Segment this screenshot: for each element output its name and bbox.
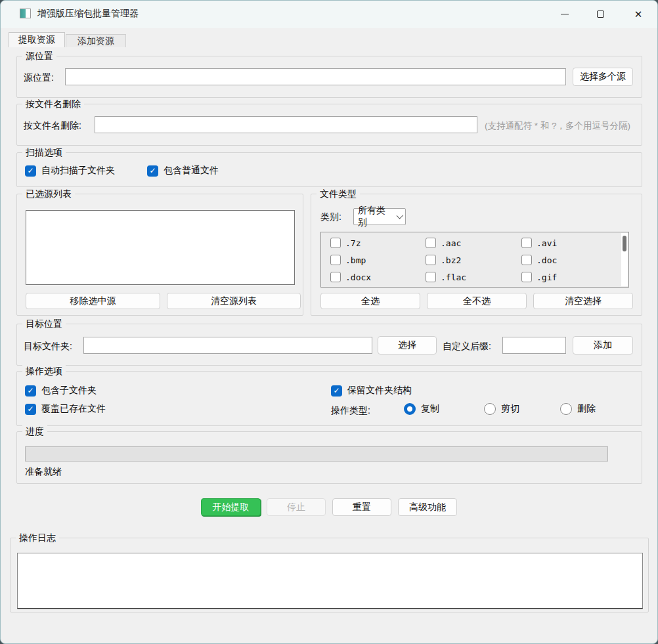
file-type-item[interactable]: .doc — [521, 255, 557, 265]
close-button[interactable]: ✕ — [623, 3, 653, 25]
target-folder-label: 目标文件夹: — [24, 341, 72, 353]
close-icon: ✕ — [634, 9, 643, 19]
file-type-label: .bmp — [345, 255, 366, 265]
choose-target-button[interactable]: 选择 — [378, 336, 437, 354]
file-type-item[interactable]: .aac — [426, 238, 461, 248]
file-type-item[interactable]: .flac — [426, 272, 466, 282]
group-progress: 进度 准备就绪 — [16, 431, 642, 484]
file-type-checkbox[interactable] — [330, 255, 341, 265]
progress-status-text: 准备就绪 — [25, 466, 62, 478]
copy-radio[interactable] — [404, 403, 416, 415]
file-type-label: .avi — [537, 238, 557, 248]
cut-radio-label: 剪切 — [501, 403, 519, 415]
operation-log-textarea[interactable] — [17, 553, 643, 609]
file-type-checkbox[interactable] — [521, 255, 532, 265]
checkbox-preserve-structure[interactable]: 保留文件夹结构 — [331, 385, 412, 397]
checkbox-overwrite-existing[interactable]: 覆盖已存在文件 — [25, 403, 106, 415]
radio-delete[interactable]: 删除 — [560, 403, 596, 415]
clear-selection-button[interactable]: 清空选择 — [533, 293, 633, 309]
minimize-icon — [561, 14, 569, 14]
stop-button[interactable]: 停止 — [267, 498, 326, 516]
include-regular-files-label: 包含普通文件 — [164, 165, 219, 177]
delete-radio-label: 删除 — [577, 403, 596, 415]
file-type-label: .gif — [537, 272, 557, 282]
include-subfolders-label: 包含子文件夹 — [41, 385, 97, 397]
auto-scan-subfolders-label: 自动扫描子文件夹 — [41, 165, 115, 177]
custom-suffix-label: 自定义后缀: — [443, 341, 491, 353]
file-type-checkbox[interactable] — [330, 272, 341, 282]
file-type-item[interactable]: .bmp — [330, 255, 366, 265]
file-type-item[interactable]: .avi — [521, 238, 557, 248]
tab-extract-resources[interactable]: 提取资源 — [9, 32, 65, 47]
group-operation-log-title: 操作日志 — [16, 532, 59, 544]
radio-copy[interactable]: 复制 — [404, 403, 439, 415]
selected-sources-listbox[interactable] — [26, 210, 295, 285]
delete-radio[interactable] — [560, 403, 572, 415]
checkbox-auto-scan-subfolders[interactable]: 自动扫描子文件夹 — [25, 165, 115, 177]
group-scan-options: 扫描选项 自动扫描子文件夹 包含普通文件 — [16, 152, 642, 187]
file-type-scrollbar-thumb[interactable] — [623, 236, 626, 251]
radio-cut[interactable]: 剪切 — [484, 403, 519, 415]
source-location-label: 源位置: — [24, 72, 54, 84]
target-folder-input[interactable] — [83, 337, 372, 354]
file-type-item[interactable]: .gif — [521, 272, 557, 282]
file-type-checkbox[interactable] — [521, 238, 532, 248]
file-type-label: .flac — [441, 272, 466, 282]
start-extract-button[interactable]: 开始提取 — [201, 498, 261, 516]
select-none-button[interactable]: 全不选 — [427, 293, 527, 309]
group-delete-by-filename: 按文件名删除 按文件名删除: (支持通配符 * 和 ?，多个用逗号分隔) — [16, 104, 642, 146]
file-type-item[interactable]: .docx — [330, 272, 371, 282]
maximize-button[interactable] — [585, 3, 615, 25]
group-delete-by-filename-title: 按文件名删除 — [22, 98, 84, 110]
chevron-down-icon — [396, 212, 403, 219]
auto-scan-subfolders-checkbox[interactable] — [25, 165, 36, 177]
minimize-button[interactable] — [550, 3, 580, 25]
group-target-location: 目标位置 目标文件夹: 选择 自定义后缀: 添加 — [16, 324, 642, 366]
file-type-label: .doc — [537, 255, 557, 265]
category-combobox-value: 所有类别 — [358, 205, 391, 228]
window-title: 增强版压缩包批量管理器 — [37, 8, 139, 20]
tab-add-resources[interactable]: 添加资源 — [66, 34, 126, 47]
checkbox-include-regular-files[interactable]: 包含普通文件 — [147, 165, 219, 177]
file-type-checkbox[interactable] — [426, 272, 436, 282]
file-type-grid: .7z .aac .avi .bmp .bz2 .doc — [320, 232, 629, 288]
group-file-types-title: 文件类型 — [317, 188, 360, 200]
include-subfolders-checkbox[interactable] — [25, 385, 36, 397]
checkbox-include-subfolders[interactable]: 包含子文件夹 — [25, 385, 97, 397]
group-operation-options: 操作选项 包含子文件夹 覆盖已存在文件 保留文件夹结构 操作类型: 复制 剪切 … — [16, 371, 642, 426]
cut-radio[interactable] — [484, 403, 496, 415]
group-scan-options-title: 扫描选项 — [22, 146, 66, 159]
file-type-label: .aac — [441, 238, 461, 248]
file-type-checkbox[interactable] — [426, 255, 436, 265]
advanced-features-button[interactable]: 高级功能 — [398, 498, 457, 516]
source-location-input[interactable] — [65, 68, 566, 85]
category-label: 类别: — [320, 211, 341, 223]
file-type-checkbox[interactable] — [330, 238, 341, 248]
include-regular-files-checkbox[interactable] — [147, 165, 158, 177]
overwrite-existing-checkbox[interactable] — [25, 404, 36, 415]
delete-by-filename-label: 按文件名删除: — [24, 120, 81, 132]
select-all-button[interactable]: 全选 — [320, 293, 420, 309]
add-suffix-button[interactable]: 添加 — [573, 336, 633, 354]
preserve-structure-checkbox[interactable] — [331, 385, 342, 397]
file-type-item[interactable]: .bz2 — [426, 255, 461, 265]
remove-selected-source-button[interactable]: 移除选中源 — [26, 293, 160, 309]
group-selected-sources: 已选源列表 移除选中源 清空源列表 — [16, 194, 303, 316]
clear-source-list-button[interactable]: 清空源列表 — [167, 293, 301, 309]
category-combobox[interactable]: 所有类别 — [353, 208, 406, 225]
delete-by-filename-input[interactable] — [95, 116, 477, 133]
group-target-location-title: 目标位置 — [22, 318, 66, 330]
copy-radio-label: 复制 — [421, 403, 439, 415]
select-multiple-sources-button[interactable]: 选择多个源 — [573, 68, 633, 86]
custom-suffix-input[interactable] — [502, 337, 566, 354]
app-icon — [20, 9, 31, 18]
reset-button[interactable]: 重置 — [332, 498, 391, 516]
file-type-scrollbar[interactable] — [621, 233, 628, 286]
group-file-types: 文件类型 类别: 所有类别 .7z .aac .avi .bmp — [311, 194, 642, 316]
file-type-checkbox[interactable] — [521, 272, 532, 282]
overwrite-existing-label: 覆盖已存在文件 — [41, 403, 106, 415]
group-selected-sources-title: 已选源列表 — [22, 188, 75, 200]
group-progress-title: 进度 — [22, 425, 47, 438]
file-type-item[interactable]: .7z — [330, 238, 361, 248]
file-type-checkbox[interactable] — [426, 238, 436, 248]
